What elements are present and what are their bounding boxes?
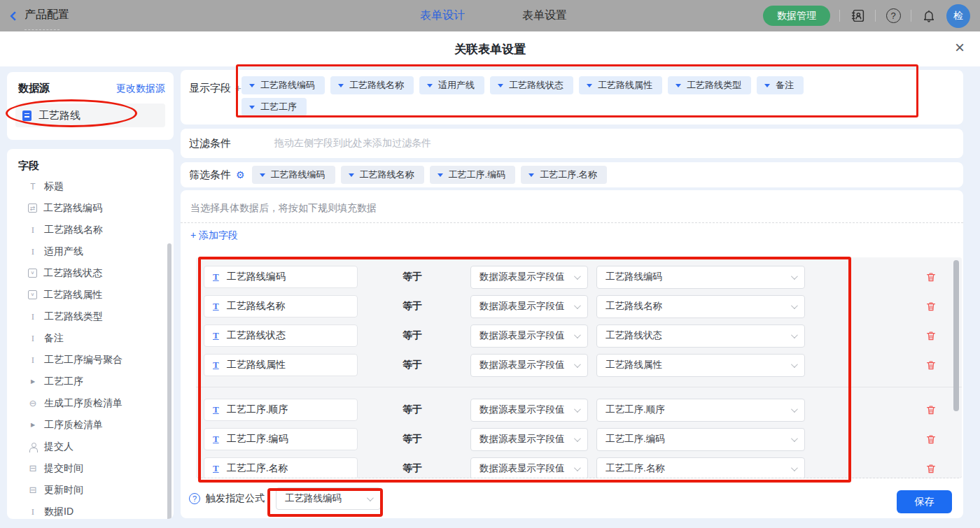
delete-rule-icon[interactable] <box>925 271 937 283</box>
text-icon <box>28 225 38 235</box>
bell-icon[interactable] <box>920 8 937 24</box>
text-icon <box>28 334 38 343</box>
source-field-select[interactable]: 工艺工序.顺序 <box>596 399 805 422</box>
fields-scrollbar[interactable] <box>167 243 172 519</box>
rule-field-input[interactable]: T工艺路线编码 <box>204 266 358 288</box>
field-item[interactable]: 数据ID <box>7 501 174 519</box>
field-item[interactable]: 标题 <box>7 176 174 197</box>
filter-dropzone[interactable]: 拖动左侧字段到此处来添加过滤条件 <box>274 137 431 150</box>
field-item[interactable]: 工艺工序 <box>7 371 174 392</box>
switch-icon <box>28 399 38 408</box>
rule-row: T工艺工序.顺序 等于 数据源表显示字段值 工艺工序.顺序 <box>204 399 962 421</box>
chevron-down-icon <box>574 406 581 413</box>
field-item[interactable]: 提交人 <box>7 436 174 457</box>
select-icon <box>28 290 37 299</box>
datasource-panel: 数据源 更改数据源 工艺路线 <box>7 72 174 140</box>
field-item[interactable]: 工艺路线类型 <box>7 306 174 327</box>
rule-field-input[interactable]: T工艺工序.编码 <box>204 428 358 450</box>
modal-header: 关联表单设置 × <box>0 31 980 66</box>
caret-down-icon <box>764 84 770 87</box>
screening-tag[interactable]: 工艺路线编码 <box>252 166 335 184</box>
help-icon[interactable]: ? <box>189 493 200 504</box>
source-field-select[interactable]: 工艺工序.名称 <box>596 457 805 479</box>
expand-icon <box>28 377 38 387</box>
fields-panel: 字段 标题 工艺路线编码 工艺路线名称 适用产线 工艺路线状态 工艺路线属性 工… <box>7 149 174 519</box>
screening-tag[interactable]: 工艺工序.名称 <box>521 166 607 184</box>
rules-footer: ? 触发指定公式 工艺路线编码 保存 <box>181 479 963 518</box>
tab-form-design[interactable]: 表单设计 <box>420 8 465 23</box>
delete-rule-icon[interactable] <box>925 359 937 371</box>
address-book-icon[interactable] <box>849 8 866 24</box>
field-item[interactable]: 工艺路线状态 <box>7 262 174 284</box>
display-field-tag[interactable]: 工艺路线编码 <box>241 76 325 94</box>
delete-rule-icon[interactable] <box>925 434 937 445</box>
source-type-select[interactable]: 数据源表显示字段值 <box>470 457 588 479</box>
rule-field-input[interactable]: T工艺路线名称 <box>204 295 358 317</box>
source-field-select[interactable]: 工艺路线属性 <box>596 354 805 377</box>
rule-row: T工艺路线属性 等于 数据源表显示字段值 工艺路线属性 <box>204 354 962 376</box>
delete-rule-icon[interactable] <box>925 301 937 312</box>
trigger-formula-select[interactable]: 工艺路线编码 <box>276 487 381 510</box>
field-item[interactable]: 备注 <box>7 327 174 349</box>
source-type-select[interactable]: 数据源表显示字段值 <box>470 428 588 451</box>
delete-rule-icon[interactable] <box>925 463 937 474</box>
datasource-title: 数据源 <box>18 82 50 95</box>
field-item[interactable]: 工艺路线编码 <box>7 197 174 219</box>
field-item[interactable]: 工艺路线名称 <box>7 219 174 241</box>
divider <box>839 10 840 22</box>
field-item[interactable]: 适用产线 <box>7 241 174 262</box>
add-field-link[interactable]: + 添加字段 <box>190 229 238 242</box>
source-type-select[interactable]: 数据源表显示字段值 <box>470 266 588 289</box>
screening-tag[interactable]: 工艺路线名称 <box>341 166 424 184</box>
source-field-select[interactable]: 工艺路线状态 <box>596 324 805 348</box>
source-field-select[interactable]: 工艺路线编码 <box>596 266 805 289</box>
close-icon[interactable]: × <box>955 39 965 56</box>
display-field-tag[interactable]: 备注 <box>757 76 804 94</box>
delete-rule-icon[interactable] <box>925 404 937 415</box>
rule-field-input[interactable]: T工艺路线状态 <box>204 324 358 347</box>
field-item[interactable]: 工艺工序编号聚合 <box>7 349 174 371</box>
source-type-select[interactable]: 数据源表显示字段值 <box>470 399 588 422</box>
text-field-icon: T <box>213 301 219 312</box>
back-button[interactable]: 产品配置 <box>11 0 69 31</box>
data-manage-button[interactable]: 数据管理 <box>763 6 830 26</box>
rule-field-input[interactable]: T工艺工序.名称 <box>204 457 358 478</box>
display-field-tag[interactable]: 工艺路线名称 <box>330 76 414 94</box>
help-icon[interactable]: ? <box>885 8 902 24</box>
datasource-item[interactable]: 工艺路线 <box>15 104 165 127</box>
display-field-tag[interactable]: 工艺路线状态 <box>490 76 573 94</box>
rules-card: 当选择具体数据后，将按如下规则填充数据 + 添加字段 T工艺路线编码 等于 数据… <box>181 190 963 518</box>
topbar-actions: 数据管理 ? 检 <box>763 0 970 31</box>
tab-form-settings[interactable]: 表单设置 <box>522 8 567 23</box>
change-datasource-link[interactable]: 更改数据源 <box>116 83 165 95</box>
field-item[interactable]: 更新时间 <box>7 479 174 501</box>
field-item[interactable]: 生成工序质检清单 <box>7 392 174 414</box>
delete-rule-icon[interactable] <box>925 330 937 341</box>
source-type-select[interactable]: 数据源表显示字段值 <box>470 324 588 348</box>
display-field-tag[interactable]: 工艺路线类型 <box>668 76 751 94</box>
field-item[interactable]: 工序质检清单 <box>7 414 174 436</box>
source-field-select[interactable]: 工艺路线名称 <box>596 295 805 318</box>
screening-tag[interactable]: 工艺工序.编码 <box>430 166 516 184</box>
display-field-tag[interactable]: 工艺工序 <box>241 98 307 116</box>
field-item[interactable]: 提交时间 <box>7 457 174 479</box>
add-display-field-icon[interactable]: + <box>235 82 241 95</box>
source-type-select[interactable]: 数据源表显示字段值 <box>470 295 588 318</box>
caret-down-icon <box>260 173 265 177</box>
page: 产品配置 表单设计 表单设置 数据管理 ? <box>0 0 980 528</box>
divider <box>911 10 911 22</box>
display-field-tag[interactable]: 工艺路线属性 <box>579 76 662 94</box>
source-field-select[interactable]: 工艺工序.编码 <box>596 428 805 451</box>
display-field-tag[interactable]: 适用产线 <box>419 76 484 94</box>
chevron-down-icon <box>791 273 798 280</box>
rule-field-input[interactable]: T工艺路线属性 <box>204 354 358 376</box>
save-button[interactable]: 保存 <box>897 490 952 513</box>
rules-scrollbar[interactable] <box>953 260 959 411</box>
gear-icon[interactable]: ⚙ <box>236 169 245 180</box>
rule-field-input[interactable]: T工艺工序.顺序 <box>204 399 358 421</box>
field-item[interactable]: 工艺路线属性 <box>7 284 174 306</box>
chevron-down-icon <box>574 435 581 442</box>
avatar[interactable]: 检 <box>946 4 970 28</box>
source-type-select[interactable]: 数据源表显示字段值 <box>470 354 588 377</box>
caret-down-icon <box>498 84 503 87</box>
